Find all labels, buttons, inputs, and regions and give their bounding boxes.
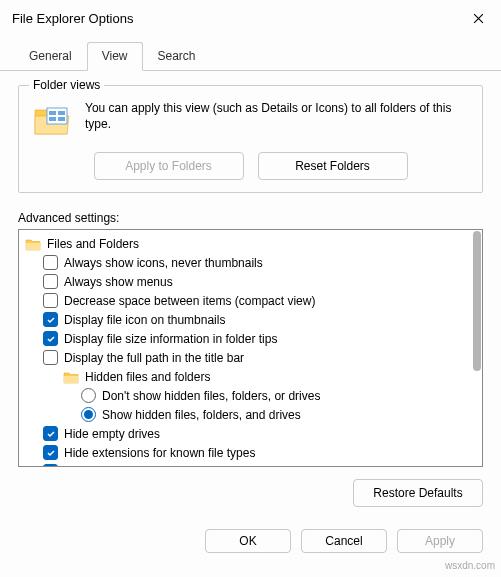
tree-label: Hide folder merge conflicts — [64, 465, 206, 467]
apply-button[interactable]: Apply — [397, 529, 483, 553]
tree-label: Display file size information in folder … — [64, 332, 277, 346]
tree-item-full-path[interactable]: Display the full path in the title bar — [23, 348, 478, 367]
svg-rect-1 — [49, 111, 56, 115]
svg-rect-4 — [58, 117, 65, 121]
scrollbar-thumb[interactable] — [473, 231, 481, 371]
tree-label: Decrease space between items (compact vi… — [64, 294, 315, 308]
tree-label: Hide extensions for known file types — [64, 446, 255, 460]
tree-item-icon-thumbnails[interactable]: Display file icon on thumbnails — [23, 310, 478, 329]
scrollbar[interactable] — [471, 231, 481, 465]
advanced-settings-label: Advanced settings: — [18, 211, 483, 225]
tree-label: Display file icon on thumbnails — [64, 313, 225, 327]
folder-icon — [25, 237, 41, 251]
tree-label: Don't show hidden files, folders, or dri… — [102, 389, 320, 403]
checkbox[interactable] — [43, 350, 58, 365]
tree-group-files-folders[interactable]: Files and Folders — [23, 234, 478, 253]
tree-label: Display the full path in the title bar — [64, 351, 244, 365]
tree-item-always-icons[interactable]: Always show icons, never thumbnails — [23, 253, 478, 272]
tab-general[interactable]: General — [14, 42, 87, 70]
radio[interactable] — [81, 388, 96, 403]
svg-rect-2 — [58, 111, 65, 115]
close-button[interactable] — [455, 0, 501, 36]
folder-views-title: Folder views — [29, 78, 104, 92]
apply-to-folders-button[interactable]: Apply to Folders — [94, 152, 244, 180]
checkbox[interactable] — [43, 255, 58, 270]
tree-label: Hidden files and folders — [85, 370, 210, 384]
reset-folders-button[interactable]: Reset Folders — [258, 152, 408, 180]
radio[interactable] — [81, 407, 96, 422]
tree-label: Always show menus — [64, 275, 173, 289]
tree-item-always-menus[interactable]: Always show menus — [23, 272, 478, 291]
advanced-settings-tree[interactable]: Files and Folders Always show icons, nev… — [18, 229, 483, 467]
ok-button[interactable]: OK — [205, 529, 291, 553]
folder-views-description: You can apply this view (such as Details… — [85, 100, 468, 132]
restore-defaults-button[interactable]: Restore Defaults — [353, 479, 483, 507]
tab-view[interactable]: View — [87, 42, 143, 71]
tree-item-hidden-on[interactable]: Show hidden files, folders, and drives — [23, 405, 478, 424]
folder-views-group: Folder views You can apply this view (su… — [18, 85, 483, 193]
tree-item-merge[interactable]: Hide folder merge conflicts — [23, 462, 478, 466]
tree-group-hidden[interactable]: Hidden files and folders — [23, 367, 478, 386]
tree-label: Hide empty drives — [64, 427, 160, 441]
tree-item-size-tips[interactable]: Display file size information in folder … — [23, 329, 478, 348]
folder-icon — [63, 370, 79, 384]
title-bar: File Explorer Options — [0, 0, 501, 36]
tree-item-empty-drives[interactable]: Hide empty drives — [23, 424, 478, 443]
checkbox[interactable] — [43, 331, 58, 346]
tree-item-known-ext[interactable]: Hide extensions for known file types — [23, 443, 478, 462]
window-title: File Explorer Options — [12, 11, 133, 26]
svg-rect-3 — [49, 117, 56, 121]
tree-item-hidden-off[interactable]: Don't show hidden files, folders, or dri… — [23, 386, 478, 405]
tree-label: Show hidden files, folders, and drives — [102, 408, 301, 422]
watermark: wsxdn.com — [445, 560, 495, 571]
checkbox[interactable] — [43, 293, 58, 308]
checkbox[interactable] — [43, 464, 58, 466]
cancel-button[interactable]: Cancel — [301, 529, 387, 553]
folder-icon — [33, 104, 71, 138]
checkbox[interactable] — [43, 426, 58, 441]
tree-label: Always show icons, never thumbnails — [64, 256, 263, 270]
tree-item-compact[interactable]: Decrease space between items (compact vi… — [23, 291, 478, 310]
svg-rect-0 — [47, 108, 67, 124]
tab-strip: General View Search — [0, 36, 501, 71]
dialog-buttons: OK Cancel Apply — [0, 515, 501, 553]
tree-label: Files and Folders — [47, 237, 139, 251]
checkbox[interactable] — [43, 274, 58, 289]
checkbox[interactable] — [43, 445, 58, 460]
checkbox[interactable] — [43, 312, 58, 327]
close-icon — [473, 13, 484, 24]
tab-search[interactable]: Search — [143, 42, 211, 70]
